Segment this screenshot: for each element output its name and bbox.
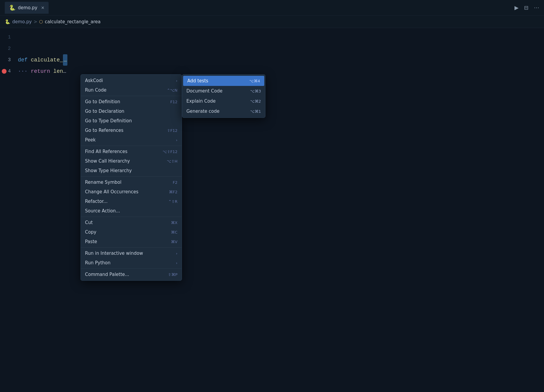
context-menu: AskCodi › Run Code ⌃⌥N Go to Definition … <box>81 74 182 281</box>
menu-shortcut-go-references: ⇧F12 <box>167 128 177 133</box>
menu-item-askcodi[interactable]: AskCodi › <box>81 76 182 85</box>
submenu-item-explain-code[interactable]: Explain Code ⌥⌘2 <box>182 96 265 106</box>
menu-item-rename-symbol[interactable]: Rename Symbol F2 <box>81 178 182 187</box>
submenu-item-generate-code[interactable]: Generate code ⌥⌘1 <box>182 106 265 116</box>
menu-shortcut-go-definition: F12 <box>170 100 177 104</box>
menu-item-go-type-definition[interactable]: Go to Type Definition <box>81 116 182 126</box>
menu-item-show-call-hierarchy[interactable]: Show Call Hierarchy ⌥⇧H <box>81 156 182 166</box>
menu-item-source-action[interactable]: Source Action... <box>81 206 182 216</box>
menu-label-go-type-definition: Go to Type Definition <box>85 118 177 124</box>
peek-arrow-icon: › <box>176 138 177 142</box>
menu-label-peek: Peek <box>85 137 174 143</box>
menu-label-run-code: Run Code <box>85 87 161 93</box>
python-file-icon: 🐍 <box>9 4 16 11</box>
menu-label-source-action: Source Action... <box>85 208 177 214</box>
more-actions-icon[interactable]: ⋯ <box>534 4 539 11</box>
menu-shortcut-find-all-references: ⌥⇧F12 <box>163 149 177 154</box>
menu-label-go-declaration: Go to Declaration <box>85 109 177 114</box>
breadcrumb-filename[interactable]: demo.py <box>12 19 32 24</box>
menu-item-run-python[interactable]: Run Python › <box>81 258 182 268</box>
toolbar-actions: ▶ ⊟ ⋯ <box>514 4 539 11</box>
menu-item-run-interactive[interactable]: Run in Interactive window › <box>81 249 182 258</box>
tab-filename: demo.py <box>18 5 37 10</box>
submenu-label-generate-code: Generate code <box>186 109 250 114</box>
menu-item-find-all-references[interactable]: Find All References ⌥⇧F12 <box>81 147 182 156</box>
menu-label-run-interactive: Run in Interactive window <box>85 251 174 256</box>
menu-label-go-definition: Go to Definition <box>85 99 164 104</box>
submenu-label-document-code: Document Code <box>186 88 250 94</box>
menu-shortcut-copy: ⌘C <box>171 230 177 234</box>
submenu-shortcut-add-tests: ⌥⌘4 <box>249 79 260 83</box>
menu-item-copy[interactable]: Copy ⌘C <box>81 227 182 237</box>
menu-shortcut-command-palette: ⇧⌘P <box>168 272 177 277</box>
menu-label-refactor: Refactor... <box>85 199 162 204</box>
menu-shortcut-cut: ⌘X <box>171 220 177 225</box>
breadcrumb-file-icon: 🐍 <box>5 19 10 24</box>
breadcrumb-func-icon: ⬡ <box>39 19 43 24</box>
code-line-3: 3 def calculate_… <box>0 54 544 66</box>
menu-item-go-references[interactable]: Go to References ⇧F12 <box>81 126 182 135</box>
menu-label-command-palette: Command Palette... <box>85 272 162 277</box>
separator-4 <box>81 217 182 217</box>
menu-label-rename-symbol: Rename Symbol <box>85 180 167 185</box>
submenu-label-explain-code: Explain Code <box>186 98 250 104</box>
code-content-3: def calculate_… <box>18 54 67 66</box>
menu-item-cut[interactable]: Cut ⌘X <box>81 218 182 227</box>
line-number-1: 1 <box>0 32 18 43</box>
separator-1 <box>81 96 182 96</box>
title-bar: 🐍 demo.py ✕ ▶ ⊟ ⋯ <box>0 0 544 16</box>
menu-item-refactor[interactable]: Refactor... ⌃⇧R <box>81 197 182 206</box>
menu-shortcut-run-code: ⌃⌥N <box>167 88 177 92</box>
submenu-shortcut-document-code: ⌥⌘3 <box>250 89 261 93</box>
menu-label-run-python: Run Python <box>85 260 174 266</box>
menu-item-paste[interactable]: Paste ⌘V <box>81 237 182 246</box>
menu-item-go-definition[interactable]: Go to Definition F12 <box>81 97 182 107</box>
menu-shortcut-change-all-occurrences: ⌘F2 <box>169 190 177 194</box>
menu-label-find-all-references: Find All References <box>85 149 157 154</box>
menu-label-cut: Cut <box>85 220 165 225</box>
menu-item-show-type-hierarchy[interactable]: Show Type Hierarchy <box>81 166 182 175</box>
code-line-2: 2 <box>0 43 544 54</box>
menu-label-copy: Copy <box>85 229 165 235</box>
separator-5 <box>81 247 182 248</box>
separator-3 <box>81 176 182 177</box>
menu-shortcut-paste: ⌘V <box>171 240 177 244</box>
menu-item-go-declaration[interactable]: Go to Declaration <box>81 107 182 116</box>
code-editor[interactable]: 1 2 3 def calculate_… 4 ··· return len… <box>0 28 544 81</box>
line-number-3: 3 <box>0 54 18 66</box>
menu-label-show-call-hierarchy: Show Call Hierarchy <box>85 158 161 164</box>
split-editor-icon[interactable]: ⊟ <box>524 4 528 11</box>
separator-2 <box>81 146 182 146</box>
menu-label-paste: Paste <box>85 239 165 244</box>
menu-item-command-palette[interactable]: Command Palette... ⇧⌘P <box>81 270 182 279</box>
submenu-shortcut-generate-code: ⌥⌘1 <box>250 109 261 114</box>
menu-item-run-code[interactable]: Run Code ⌃⌥N <box>81 85 182 95</box>
run-icon[interactable]: ▶ <box>514 4 519 11</box>
menu-shortcut-rename-symbol: F2 <box>173 180 177 185</box>
menu-label-go-references: Go to References <box>85 128 161 133</box>
code-line-1: 1 <box>0 32 544 43</box>
menu-label-askcodi: AskCodi <box>85 78 174 83</box>
tab-close-button[interactable]: ✕ <box>41 5 44 10</box>
submenu-item-add-tests[interactable]: Add tests ⌥⌘4 <box>183 76 264 86</box>
run-python-arrow-icon: › <box>176 261 177 265</box>
breadcrumb-separator: > <box>33 19 37 24</box>
menu-label-change-all-occurrences: Change All Occurrences <box>85 189 163 195</box>
editor-area: 1 2 3 def calculate_… 4 ··· return len… … <box>0 28 544 392</box>
askcodi-arrow-icon: › <box>176 78 177 83</box>
submenu-shortcut-explain-code: ⌥⌘2 <box>250 99 261 104</box>
run-interactive-arrow-icon: › <box>176 251 177 256</box>
file-tab[interactable]: 🐍 demo.py ✕ <box>5 2 49 14</box>
breadcrumb-function[interactable]: calculate_rectangle_area <box>45 19 101 24</box>
menu-shortcut-refactor: ⌃⇧R <box>168 199 177 204</box>
code-content-4: ··· return len… <box>18 66 66 77</box>
breakpoint-indicator <box>2 69 7 74</box>
menu-item-peek[interactable]: Peek › <box>81 135 182 145</box>
submenu-label-add-tests: Add tests <box>187 78 249 84</box>
menu-label-show-type-hierarchy: Show Type Hierarchy <box>85 168 177 173</box>
separator-6 <box>81 268 182 269</box>
breadcrumb-bar: 🐍 demo.py > ⬡ calculate_rectangle_area <box>0 16 544 28</box>
askcodi-submenu: Add tests ⌥⌘4 Document Code ⌥⌘3 Explain … <box>182 74 265 118</box>
menu-item-change-all-occurrences[interactable]: Change All Occurrences ⌘F2 <box>81 187 182 197</box>
submenu-item-document-code[interactable]: Document Code ⌥⌘3 <box>182 86 265 96</box>
